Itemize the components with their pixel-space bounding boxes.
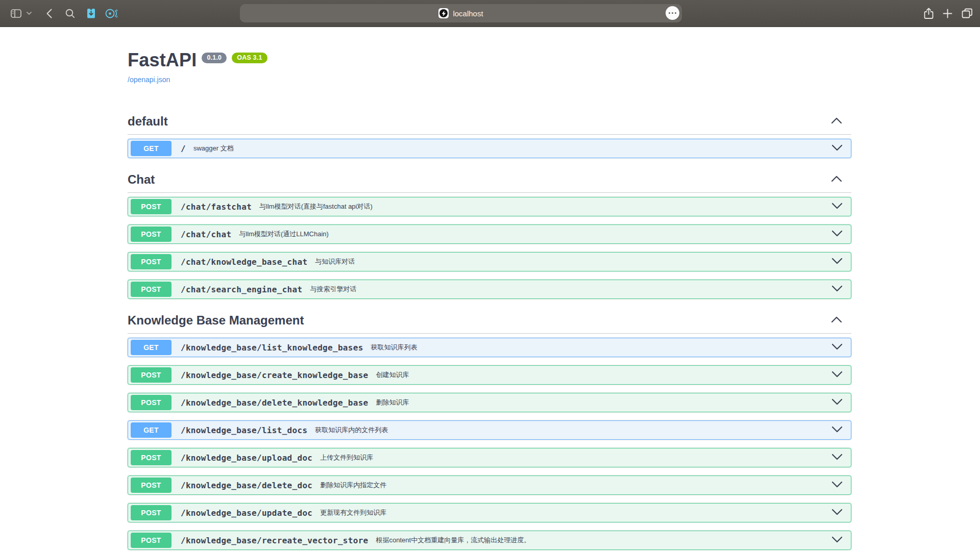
- endpoint-row[interactable]: POST/knowledge_base/update_doc更新现有文件到知识库: [128, 503, 851, 522]
- endpoint-row[interactable]: POST/chat/fastchat与llm模型对话(直接与fastchat a…: [128, 197, 851, 216]
- endpoint-path: /knowledge_base/delete_doc: [181, 481, 312, 490]
- expand-operation-button[interactable]: [831, 509, 843, 517]
- expand-operation-button[interactable]: [831, 454, 843, 462]
- share-button[interactable]: [924, 6, 934, 22]
- endpoint-description: 删除知识库内指定文件: [320, 481, 386, 490]
- swagger-ui-page: FastAPI0.1.0OAS 3.1 /openapi.json defaul…: [0, 27, 980, 551]
- method-badge: POST: [131, 254, 172, 269]
- expand-operation-button[interactable]: [831, 258, 843, 266]
- collapse-section-button[interactable]: [831, 176, 842, 184]
- chevron-down-icon: [831, 203, 843, 211]
- sections: defaultGET/swagger 文档ChatPOST/chat/fastc…: [128, 114, 851, 550]
- openapi-spec-link[interactable]: /openapi.json: [128, 76, 170, 84]
- endpoint-description: 获取知识库内的文件列表: [315, 425, 388, 435]
- chevron-down-icon: [831, 481, 843, 489]
- section-header-default[interactable]: default: [128, 114, 851, 135]
- tab-overview-button[interactable]: [962, 6, 973, 22]
- sidebar-chevron-down-icon: [27, 12, 32, 15]
- endpoint-row[interactable]: POST/knowledge_base/delete_doc删除知识库内指定文件: [128, 475, 851, 495]
- extension-disc-button[interactable]: [101, 5, 121, 21]
- endpoint-row[interactable]: GET/knowledge_base/list_knowledge_bases获…: [128, 338, 851, 357]
- chevron-up-icon: [831, 176, 842, 184]
- chevron-down-icon: [831, 536, 843, 544]
- chevron-up-icon: [831, 117, 842, 126]
- endpoint-row[interactable]: POST/chat/knowledge_base_chat与知识库对话: [128, 252, 851, 271]
- expand-operation-button[interactable]: [831, 398, 843, 407]
- lightning-icon: [439, 9, 448, 17]
- chevron-down-icon: [831, 343, 843, 352]
- method-badge: POST: [131, 450, 172, 465]
- endpoint-path: /chat/knowledge_base_chat: [181, 257, 307, 267]
- expand-operation-button[interactable]: [831, 285, 843, 293]
- endpoint-row[interactable]: POST/chat/chat与llm模型对话(通过LLMChain): [128, 224, 851, 244]
- expand-operation-button[interactable]: [831, 536, 843, 544]
- method-badge: GET: [131, 422, 172, 438]
- expand-operation-button[interactable]: [831, 144, 843, 153]
- method-badge: POST: [131, 505, 172, 520]
- endpoint-row[interactable]: POST/chat/search_engine_chat与搜索引擎对话: [128, 280, 851, 299]
- page-title: FastAPI0.1.0OAS 3.1: [128, 49, 851, 71]
- chevron-down-icon: [831, 398, 843, 407]
- api-section-knowledge-base-management: Knowledge Base ManagementGET/knowledge_b…: [128, 313, 851, 550]
- version-badge: 0.1.0: [202, 53, 227, 63]
- section-header-chat[interactable]: Chat: [128, 172, 851, 193]
- method-badge: POST: [131, 282, 172, 297]
- endpoint-description: 与知识库对话: [315, 257, 355, 266]
- chevron-down-icon: [831, 144, 843, 153]
- toolbar-left-group: [8, 5, 121, 21]
- sidebar-menu-button[interactable]: [23, 5, 35, 21]
- ellipsis-icon: [669, 12, 670, 14]
- endpoint-path: /knowledge_base/list_docs: [181, 425, 307, 435]
- page-options-button[interactable]: [666, 6, 679, 20]
- endpoint-row[interactable]: GET/knowledge_base/list_docs获取知识库内的文件列表: [128, 420, 851, 440]
- method-badge: GET: [131, 340, 172, 355]
- chevron-down-icon: [831, 454, 843, 462]
- collapse-section-button[interactable]: [831, 117, 842, 126]
- endpoint-path: /knowledge_base/recreate_vector_store: [181, 536, 369, 545]
- sidebar-toggle-icon: [11, 9, 21, 18]
- api-section-chat: ChatPOST/chat/fastchat与llm模型对话(直接与fastch…: [128, 172, 851, 299]
- endpoint-path: /chat/search_engine_chat: [181, 285, 302, 294]
- method-badge: GET: [131, 141, 172, 156]
- chevron-down-icon: [831, 426, 843, 434]
- expand-operation-button[interactable]: [831, 343, 843, 352]
- site-favicon: [438, 8, 449, 18]
- section-title: default: [128, 114, 168, 129]
- endpoint-row[interactable]: GET/swagger 文档: [128, 139, 851, 158]
- expand-operation-button[interactable]: [831, 426, 843, 434]
- method-badge: POST: [131, 199, 172, 214]
- oas-badge: OAS 3.1: [232, 53, 267, 63]
- new-tab-button[interactable]: [943, 6, 952, 22]
- endpoint-row[interactable]: POST/knowledge_base/recreate_vector_stor…: [128, 531, 851, 550]
- share-icon: [924, 8, 934, 19]
- endpoint-description: 更新现有文件到知识库: [320, 508, 386, 517]
- section-header-knowledge-base-management[interactable]: Knowledge Base Management: [128, 313, 851, 334]
- sidebar-toggle-button[interactable]: [8, 5, 23, 21]
- endpoint-description: 获取知识库列表: [371, 343, 418, 352]
- operations-list: GET/swagger 文档: [128, 139, 851, 158]
- back-button[interactable]: [39, 5, 59, 21]
- endpoint-row[interactable]: POST/knowledge_base/delete_knowledge_bas…: [128, 393, 851, 412]
- expand-operation-button[interactable]: [831, 203, 843, 211]
- expand-operation-button[interactable]: [831, 230, 843, 238]
- chevron-up-icon: [831, 316, 842, 324]
- expand-operation-button[interactable]: [831, 481, 843, 489]
- extension-disc-icon: [105, 8, 117, 19]
- extension-bookmark-button[interactable]: [81, 5, 101, 21]
- endpoint-description: 创建知识库: [376, 370, 409, 380]
- method-badge: POST: [131, 367, 172, 383]
- collapse-section-button[interactable]: [831, 316, 842, 324]
- api-title-text: FastAPI: [128, 49, 197, 70]
- endpoint-path: /knowledge_base/list_knowledge_bases: [181, 343, 363, 353]
- search-button[interactable]: [59, 5, 81, 21]
- chevron-down-icon: [831, 509, 843, 517]
- address-bar[interactable]: localhost: [240, 4, 682, 22]
- section-title: Chat: [128, 172, 155, 187]
- endpoint-row[interactable]: POST/knowledge_base/upload_doc上传文件到知识库: [128, 448, 851, 467]
- method-badge: POST: [131, 227, 172, 242]
- method-badge: POST: [131, 478, 172, 493]
- api-info: FastAPI0.1.0OAS 3.1 /openapi.json: [128, 27, 851, 84]
- endpoint-row[interactable]: POST/knowledge_base/create_knowledge_bas…: [128, 365, 851, 385]
- chevron-down-icon: [831, 371, 843, 379]
- expand-operation-button[interactable]: [831, 371, 843, 379]
